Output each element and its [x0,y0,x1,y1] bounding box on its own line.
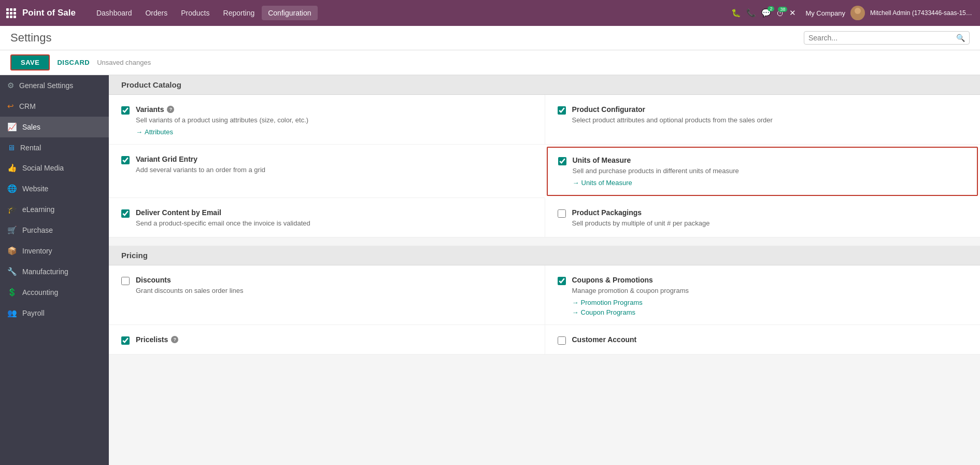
sidebar-label-website: Website [22,185,48,193]
sidebar-item-rental[interactable]: 🖥 Rental [0,137,109,158]
product-catalog-header: Product Catalog [109,75,980,95]
topnav-menu: Dashboard Orders Products Reporting Conf… [90,6,727,20]
deliver-content-info: Deliver Content by Email Send a product-… [136,208,310,228]
sidebar-item-purchase[interactable]: 🛒 Purchase [0,220,109,241]
coupon-programs-link[interactable]: → Coupon Programs [572,308,689,316]
sidebar-label-accounting: Accounting [22,288,58,297]
setting-discounts: Discounts Grant discounts on sales order… [109,265,545,325]
product-packagings-checkbox[interactable] [558,209,566,218]
crm-icon: ↩ [7,102,14,111]
chat-icon[interactable]: 💬2 [761,8,771,18]
units-of-measure-link[interactable]: → Units of Measure [573,179,632,187]
action-bar: SAVE DISCARD Unsaved changes [0,50,980,75]
layout: ⚙ General Settings ↩ CRM 📈 Sales 🖥 Renta… [0,75,980,465]
nav-products[interactable]: Products [175,6,216,20]
pricelists-help-icon[interactable]: ? [171,336,178,343]
pricelists-checkbox[interactable] [121,336,130,345]
nav-reporting[interactable]: Reporting [217,6,261,20]
deliver-content-desc: Send a product-specific email once the i… [136,219,310,228]
sidebar-item-general[interactable]: ⚙ General Settings [0,75,109,96]
sidebar-item-inventory[interactable]: 📦 Inventory [0,241,109,261]
sidebar-label-social: Social Media [22,164,64,172]
sidebar-item-website[interactable]: 🌐 Website [0,178,109,199]
nav-dashboard[interactable]: Dashboard [90,6,138,20]
product-configurator-title: Product Configurator [572,105,773,114]
coupons-title: Coupons & Promotions [572,276,689,284]
customer-account-checkbox[interactable] [558,336,566,345]
coupons-info: Coupons & Promotions Manage promotion & … [572,276,689,316]
variants-title: Variants ? [136,105,308,114]
svg-point-1 [853,16,863,20]
page-header: Settings 🔍 [0,26,980,50]
product-configurator-checkbox[interactable] [558,106,566,115]
search-input[interactable] [808,34,956,42]
discounts-desc: Grant discounts on sales order lines [136,286,243,295]
variants-desc: Sell variants of a product using attribu… [136,116,308,125]
sidebar-label-purchase: Purchase [22,226,53,234]
pricelists-title: Pricelists ? [136,335,178,344]
setting-variants: Variants ? Sell variants of a product us… [109,95,545,145]
topnav: Point of Sale Dashboard Orders Products … [0,0,980,26]
save-button[interactable]: SAVE [10,54,50,71]
bug-icon[interactable]: 🐛 [731,8,741,18]
units-of-measure-checkbox[interactable] [558,157,566,165]
sales-icon: 📈 [7,122,17,132]
sidebar-item-payroll[interactable]: 👥 Payroll [0,303,109,323]
product-packagings-info: Product Packagings Sell products by mult… [572,208,710,228]
setting-product-configurator: Product Configurator Select product attr… [545,95,981,145]
search-icon: 🔍 [956,34,965,42]
discounts-checkbox[interactable] [121,277,130,285]
sidebar-label-payroll: Payroll [22,309,45,317]
app-grid-icon[interactable] [6,8,16,18]
deliver-content-title: Deliver Content by Email [136,208,310,217]
variant-grid-info: Variant Grid Entry Add several variants … [136,155,265,175]
timer-icon[interactable]: ⏱38 [776,9,784,18]
setting-units-of-measure: Units of Measure Sell and purchase produ… [547,147,978,196]
units-of-measure-desc: Sell and purchase products in different … [573,166,739,176]
product-configurator-desc: Select product attributes and optional p… [572,116,773,125]
pricing-section: Pricing Discounts Grant discounts on sal… [109,246,980,355]
pricing-grid: Discounts Grant discounts on sales order… [109,265,980,355]
units-of-measure-info: Units of Measure Sell and purchase produ… [573,156,739,187]
product-catalog-section: Product Catalog Variants ? Sell variants… [109,75,980,237]
variant-grid-desc: Add several variants to an order from a … [136,165,265,175]
discard-button[interactable]: DISCARD [57,59,90,66]
social-icon: 👍 [7,163,17,173]
accounting-icon: 💲 [7,288,17,297]
sidebar-item-social[interactable]: 👍 Social Media [0,158,109,178]
brand-name: Point of Sale [22,8,76,18]
sidebar-item-accounting[interactable]: 💲 Accounting [0,282,109,303]
close-icon[interactable]: ✕ [789,8,796,18]
sidebar-label-manufacturing: Manufacturing [22,267,68,276]
customer-account-title: Customer Account [572,335,637,344]
setting-deliver-content: Deliver Content by Email Send a product-… [109,198,545,236]
customer-account-info: Customer Account [572,335,637,346]
coupons-checkbox[interactable] [558,277,566,285]
promotion-programs-link[interactable]: → Promotion Programs [572,299,689,306]
nav-configuration[interactable]: Configuration [262,6,317,20]
product-packagings-desc: Sell products by multiple of unit # per … [572,219,710,228]
sidebar-item-manufacturing[interactable]: 🔧 Manufacturing [0,261,109,282]
phone-icon[interactable]: 📞 [746,8,756,18]
unsaved-changes-text: Unsaved changes [97,59,151,66]
variant-grid-checkbox[interactable] [121,156,130,164]
sidebar-label-rental: Rental [20,144,41,152]
nav-orders[interactable]: Orders [139,6,174,20]
svg-point-0 [855,8,861,14]
variants-help-icon[interactable]: ? [167,106,174,113]
setting-coupons: Coupons & Promotions Manage promotion & … [545,265,981,325]
sidebar-item-elearning[interactable]: 🎓 eLearning [0,199,109,220]
deliver-content-checkbox[interactable] [121,209,130,218]
variants-checkbox[interactable] [121,106,130,115]
product-packagings-title: Product Packagings [572,208,710,217]
sidebar-item-crm[interactable]: ↩ CRM [0,96,109,117]
page-title: Settings [10,31,52,45]
variants-attributes-link[interactable]: → Attributes [136,128,173,136]
sidebar-label-general: General Settings [19,81,73,90]
sidebar-item-sales[interactable]: 📈 Sales [0,117,109,137]
topnav-actions: 🐛 📞 💬2 ⏱38 ✕ My Company Mitchell Admin (… [731,6,974,20]
variants-info: Variants ? Sell variants of a product us… [136,105,308,136]
purchase-icon: 🛒 [7,226,17,235]
gear-icon: ⚙ [7,81,14,90]
payroll-icon: 👥 [7,308,17,318]
